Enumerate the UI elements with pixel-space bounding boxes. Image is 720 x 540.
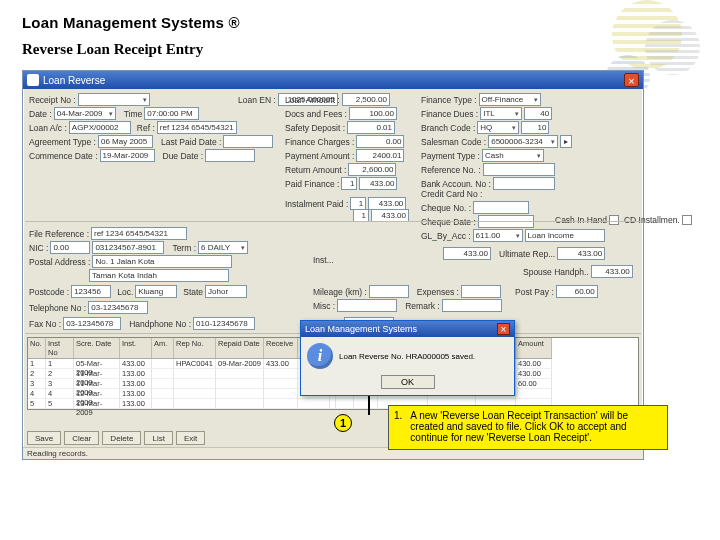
bank[interactable] [493, 177, 555, 190]
cell: 4 [46, 389, 74, 399]
state[interactable]: Johor [205, 285, 247, 298]
cell: 3 [46, 379, 74, 389]
cd-inst-chk[interactable] [682, 215, 692, 225]
pay-type[interactable]: Cash [482, 149, 544, 162]
loan-ac[interactable]: AGPX/00002 [69, 121, 131, 134]
lbl: NIC : [29, 243, 48, 253]
mileage[interactable] [369, 285, 409, 298]
lbl: Commence Date : [29, 151, 98, 161]
callout-number: 1 [334, 414, 352, 432]
close-icon[interactable]: × [497, 323, 510, 335]
lastpaid[interactable] [223, 135, 273, 148]
save-button[interactable]: Save [27, 431, 61, 445]
cell: 12-Mar-2009 [74, 389, 120, 399]
receipt-no[interactable] [78, 93, 150, 106]
due-date[interactable] [205, 149, 255, 162]
safety: 0.01 [347, 121, 395, 134]
cell [174, 399, 216, 409]
ret-amt: 2,600.00 [348, 163, 396, 176]
term[interactable]: 6 DAILY [198, 241, 248, 254]
lbl: Date : [29, 109, 52, 119]
cell: 133.00 [120, 389, 152, 399]
cash-hand-chk[interactable] [609, 215, 619, 225]
app-icon [27, 74, 39, 86]
misc[interactable] [337, 299, 397, 312]
lbl: Remark : [405, 301, 439, 311]
col-header: No. [28, 338, 46, 359]
postcode[interactable]: 123456 [71, 285, 111, 298]
time[interactable]: 07:00:00 PM [144, 107, 199, 120]
close-icon[interactable]: × [624, 73, 639, 87]
salesman[interactable]: 6500006-3234 [488, 135, 558, 148]
titlebar[interactable]: Loan Reverse × [23, 71, 643, 89]
paddr2[interactable]: Taman Kota Indah [89, 269, 229, 282]
info-icon: i [307, 343, 333, 369]
lbl: Loc. [117, 287, 133, 297]
expenses[interactable] [461, 285, 501, 298]
window-loan-reverse: Loan Reverse × Receipt No : Date :04-Mar… [22, 70, 644, 460]
agr-type[interactable]: 06 May 2005 [98, 135, 153, 148]
dialog-titlebar[interactable]: Loan Management Systems × [301, 321, 514, 337]
lbl: Credit Card No : [421, 189, 482, 199]
clear-button[interactable]: Clear [64, 431, 99, 445]
lbl: GL_By_Acc : [421, 231, 471, 241]
decor-dots [645, 20, 700, 75]
cell [174, 389, 216, 399]
exit-button[interactable]: Exit [176, 431, 205, 445]
cell: 09-Mar-2009 [216, 359, 264, 369]
ok-button[interactable]: OK [381, 375, 435, 389]
branch[interactable]: HQ [477, 121, 519, 134]
fin-type[interactable]: Off-Finance [479, 93, 541, 106]
remark[interactable] [442, 299, 502, 312]
loc[interactable]: Kluang [135, 285, 177, 298]
lbl: Loan A/c : [29, 123, 67, 133]
salesman-go[interactable]: ▸ [560, 135, 572, 148]
refno[interactable] [483, 163, 555, 176]
lbl: Post Pay : [515, 287, 554, 297]
cell: 1 [28, 359, 46, 369]
cell: 4 [28, 389, 46, 399]
nic[interactable]: 0.00 [50, 241, 90, 254]
col-header: Amount [516, 338, 552, 359]
delete-button[interactable]: Delete [102, 431, 141, 445]
gl[interactable]: 611.00 [473, 229, 523, 242]
lbl: Cheque No. : [421, 203, 471, 213]
docs-fees: 100.00 [349, 107, 397, 120]
cell: 11-Mar-2009 [74, 379, 120, 389]
lbl: Inst... [313, 255, 334, 265]
fin-dues-b: 40 [524, 107, 552, 120]
comm-date[interactable]: 19-Mar-2009 [100, 149, 155, 162]
branch-b: 10 [521, 121, 549, 134]
ref[interactable]: ref 1234 6545/54321 [157, 121, 237, 134]
cell [298, 399, 330, 409]
paddr1[interactable]: No. 1 Jalan Kota [92, 255, 232, 268]
lbl: Receipt No : [29, 95, 76, 105]
cell: 11-Mar-2009 [74, 369, 120, 379]
callout-text: A new 'Reverse Loan Receipt Transaction'… [410, 410, 662, 443]
cell [152, 379, 174, 389]
date[interactable]: 04-Mar-2009 [54, 107, 116, 120]
callout-idx: 1. [394, 410, 402, 443]
cell: 433.00 [264, 359, 298, 369]
loan-amount: 2,500.00 [342, 93, 390, 106]
tel[interactable]: 03-12345678 [88, 301, 148, 314]
lbl: Handphone No : [129, 319, 191, 329]
col-header: Inst. [120, 338, 152, 359]
hp[interactable]: 010-12345678 [193, 317, 255, 330]
lbl: Postcode : [29, 287, 69, 297]
cell: 5 [28, 399, 46, 409]
file-ref[interactable]: ref 1234 6545/54321 [91, 227, 187, 240]
lbl: Postal Address : [29, 257, 90, 267]
cell: 5 [46, 399, 74, 409]
lbl: Loan EN : [238, 95, 276, 105]
chq-no[interactable] [473, 201, 529, 214]
fin-dues[interactable]: ITL [480, 107, 522, 120]
cell: 430.00 [516, 369, 552, 379]
cell [516, 389, 552, 399]
list-button[interactable]: List [144, 431, 172, 445]
fax[interactable]: 03-12345678 [63, 317, 121, 330]
cell [216, 369, 264, 379]
nic2[interactable]: 031234567-8901 [92, 241, 164, 254]
lbl: Loan Amount : [285, 95, 340, 105]
pay-amt: 2400.01 [356, 149, 404, 162]
